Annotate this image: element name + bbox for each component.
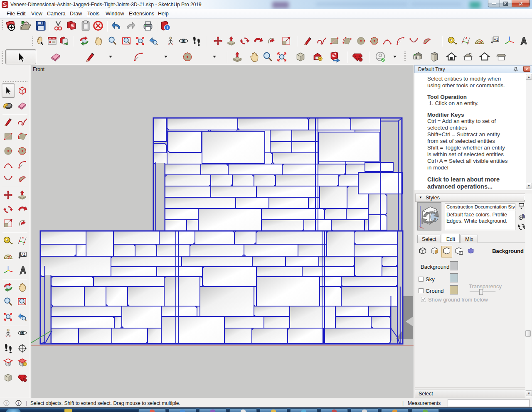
svg-text:?: ?	[5, 401, 7, 405]
svg-text:A1: A1	[21, 253, 26, 257]
svg-text:i: i	[18, 401, 19, 405]
svg-text:A1: A1	[494, 37, 498, 42]
